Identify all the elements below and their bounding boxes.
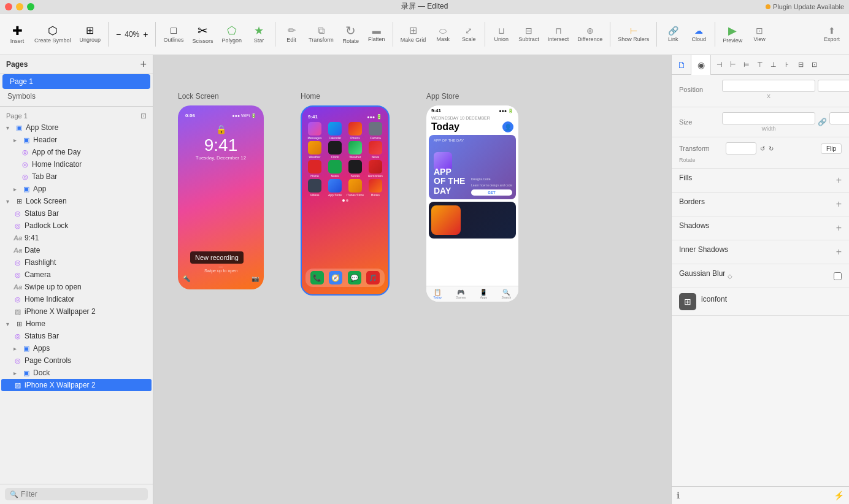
- size-width-input[interactable]: [722, 112, 815, 124]
- layer-item-iphone-wallpaper-home[interactable]: ▨ iPhone X Wallpaper 2: [1, 379, 152, 391]
- as-nav-search[interactable]: 🔍 Search: [502, 289, 512, 299]
- layer-item-swipe-up[interactable]: Aa Swipe up to open: [1, 281, 152, 293]
- align-center-v-button[interactable]: ⊥: [767, 59, 780, 71]
- as-nav-apps[interactable]: 📱 Apps: [480, 289, 487, 299]
- layer-item-flashlight[interactable]: ◎ Flashlight: [1, 256, 152, 269]
- align-bottom-button[interactable]: ⊦: [781, 59, 793, 71]
- mask-icon: ⬭: [439, 26, 447, 35]
- layer-item-header[interactable]: ▸ ▣ Header: [1, 134, 152, 146]
- as-today-header: Today 👤: [426, 121, 518, 135]
- size-lock-icon[interactable]: 🔗: [818, 118, 827, 126]
- layer-item-status-bar-lock[interactable]: ◎ Status Bar: [1, 207, 152, 220]
- create-symbol-button[interactable]: ⬡ Create Symbol: [31, 23, 75, 46]
- layer-item-padlock[interactable]: ◎ Padlock Lock: [1, 220, 152, 232]
- as-nav-games[interactable]: 🎮 Games: [456, 289, 466, 299]
- union-button[interactable]: ⊔ Union: [489, 24, 513, 45]
- outlines-button[interactable]: □ Outlines: [159, 23, 187, 45]
- page-item-symbols[interactable]: Symbols: [0, 89, 153, 104]
- layer-item-home[interactable]: ▾ ⊞ Home: [1, 318, 152, 330]
- align-center-h-button[interactable]: ⊢: [727, 59, 739, 71]
- insert-button[interactable]: ✚ Insert: [5, 22, 29, 47]
- add-shadow-button[interactable]: +: [836, 223, 842, 234]
- layer-item-app[interactable]: ▸ ▣ App: [1, 183, 152, 195]
- canvas[interactable]: Lock Screen 0:06 ●●● WiFi 🔋 🔒 9:41: [153, 55, 671, 504]
- layer-item-home-indicator-lock[interactable]: ◎ Home Indicator: [1, 293, 152, 305]
- layer-item-camera[interactable]: ◎ Camera: [1, 269, 152, 281]
- polygon-button[interactable]: ⬠ Polygon: [218, 23, 246, 46]
- align-left-button[interactable]: ⊣: [713, 59, 726, 71]
- align-top-button[interactable]: ⊤: [754, 59, 766, 71]
- layer-item-app-of-the-day[interactable]: ◎ App of the Day: [1, 146, 152, 158]
- zoom-control[interactable]: − 40% +: [112, 27, 152, 42]
- cloud-button[interactable]: ☁ Cloud: [686, 24, 711, 45]
- layer-item-status-bar-home[interactable]: ◎ Status Bar: [1, 330, 152, 342]
- section-expand-icon[interactable]: ⊡: [140, 112, 147, 120]
- as-nav-today[interactable]: 📋 Today: [434, 289, 442, 299]
- intersect-button[interactable]: ⊓ Intersect: [544, 24, 573, 45]
- maximize-button[interactable]: [27, 3, 34, 10]
- layer-item-home-indicator[interactable]: ◎ Home Indicator: [1, 158, 152, 170]
- flatten-button[interactable]: ▬ Flatten: [364, 24, 389, 45]
- link-button[interactable]: 🔗 Link: [661, 24, 685, 45]
- add-page-button[interactable]: +: [140, 59, 147, 70]
- scissors-button[interactable]: ✂ Scissors: [189, 22, 217, 47]
- subtract-button[interactable]: ⊟ Subtract: [515, 24, 543, 45]
- view-icon: ⊡: [756, 26, 763, 35]
- layer-item-apps[interactable]: ▸ ▣ Apps: [1, 342, 152, 354]
- preview-button[interactable]: ▶ Preview: [719, 23, 746, 46]
- home-app-row3: Home Notes Stocks Reminders: [305, 160, 385, 178]
- view-button[interactable]: ⊡ View: [747, 24, 772, 45]
- layer-item-date[interactable]: Aa Date: [1, 244, 152, 256]
- align-right-button[interactable]: ⊨: [740, 59, 753, 71]
- rotate-ccw-icon[interactable]: ↺: [760, 145, 765, 152]
- transform-button[interactable]: ⧉ Transform: [305, 23, 337, 45]
- layer-item-tab-bar[interactable]: ◎ Tab Bar: [1, 170, 152, 183]
- export-label: Export: [824, 36, 840, 42]
- star-button[interactable]: ★ Star: [247, 23, 271, 46]
- add-inner-shadow-button[interactable]: +: [836, 246, 842, 258]
- rotate-input[interactable]: [726, 142, 756, 155]
- flip-button[interactable]: Flip: [821, 143, 842, 154]
- rp-tab-inspector[interactable]: ◉: [691, 55, 711, 75]
- layer-item-9-41[interactable]: Aa 9:41: [1, 232, 152, 244]
- page-item-page1[interactable]: Page 1: [2, 74, 150, 89]
- rp-tab-pages[interactable]: 🗋: [672, 55, 691, 75]
- add-border-button[interactable]: +: [836, 199, 842, 210]
- minimize-button[interactable]: [16, 3, 23, 10]
- rotate-cw-icon[interactable]: ↻: [769, 145, 774, 152]
- position-x-input[interactable]: [722, 80, 815, 92]
- make-grid-button[interactable]: ⊞ Make Grid: [397, 23, 430, 45]
- position-y-input[interactable]: [818, 80, 849, 92]
- edit-button[interactable]: ✏ Edit: [279, 23, 304, 45]
- rotate-button[interactable]: ↻ Rotate: [339, 22, 363, 47]
- scale-button[interactable]: ⤢ Scale: [456, 24, 481, 45]
- layer-item-app-store[interactable]: ▾ ▣ App Store: [1, 121, 152, 134]
- layer-item-lock-screen[interactable]: ▾ ⊞ Lock Screen: [1, 195, 152, 207]
- iconfont-icon-button[interactable]: ⊞: [679, 293, 696, 310]
- show-rulers-button[interactable]: ⊢ Show Rulers: [614, 24, 653, 45]
- search-input[interactable]: [21, 490, 143, 498]
- app-icon-photos: [348, 122, 362, 136]
- size-height-input[interactable]: [829, 112, 849, 124]
- export-button[interactable]: ⬆ Export: [820, 24, 844, 45]
- width-label: Width: [722, 126, 815, 132]
- lightning-icon[interactable]: ⚡: [834, 491, 844, 500]
- add-fill-button[interactable]: +: [836, 175, 842, 186]
- artboard-home[interactable]: Home 9:41 ●●● 🔋 Messages: [301, 92, 390, 296]
- distribute-v-button[interactable]: ⊡: [808, 59, 820, 71]
- gaussian-blur-toggle[interactable]: [834, 272, 842, 280]
- layer-item-dock[interactable]: ▸ ▣ Dock: [1, 367, 152, 379]
- artboard-app-store[interactable]: App Store 9:41 ●●● 🔋 WEDNESDAY 10 DECEMB…: [426, 92, 518, 302]
- difference-button[interactable]: ⊕ Difference: [574, 24, 606, 45]
- distribute-h-button[interactable]: ⊟: [794, 59, 807, 71]
- arrow-icon: ▸: [13, 370, 20, 376]
- close-button[interactable]: [5, 3, 12, 10]
- artboard-lock-screen[interactable]: Lock Screen 0:06 ●●● WiFi 🔋 🔒 9:41: [178, 92, 264, 289]
- layer-item-page-controls[interactable]: ◎ Page Controls: [1, 354, 152, 367]
- mask-button[interactable]: ⬭ Mask: [431, 24, 455, 45]
- layer-item-iphone-wallpaper[interactable]: ▨ iPhone X Wallpaper 2: [1, 305, 152, 318]
- layer-name: Page Controls: [25, 356, 147, 365]
- gaussian-blur-info-icon[interactable]: ◇: [728, 273, 732, 280]
- ungroup-button[interactable]: ⊞ Ungroup: [76, 23, 105, 45]
- info-icon[interactable]: ℹ: [677, 491, 680, 500]
